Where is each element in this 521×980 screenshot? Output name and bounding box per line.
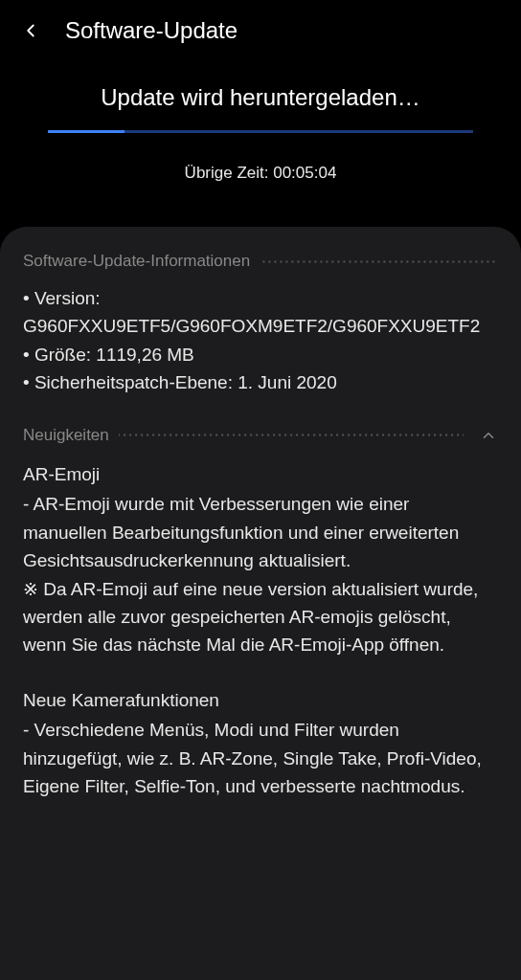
- info-security-patch: • Sicherheitspatch-Ebene: 1. Juni 2020: [23, 368, 498, 396]
- news-ar-title: AR-Emoji: [23, 460, 498, 488]
- news-section: AR-Emoji - AR-Emoji wurde mit Verbesseru…: [23, 460, 498, 801]
- download-status: Update wird heruntergeladen…: [0, 84, 521, 111]
- progress-bar: [48, 130, 473, 133]
- progress-fill: [48, 130, 125, 133]
- page-title: Software-Update: [65, 17, 238, 44]
- info-list: • Version: G960FXXU9ETF5/G960FOXM9ETF2/G…: [23, 284, 498, 397]
- download-section: Update wird heruntergeladen… Übrige Zeit…: [0, 61, 521, 217]
- whats-new-header[interactable]: Neuigkeiten: [23, 426, 498, 445]
- news-ar-body: - AR-Emoji wurde mit Verbesserungen wie …: [23, 490, 498, 659]
- header: Software-Update: [0, 0, 521, 61]
- info-size: • Größe: 1119,26 MB: [23, 341, 498, 368]
- whats-new-title: Neuigkeiten: [23, 426, 109, 445]
- time-remaining: Übrige Zeit: 00:05:04: [0, 164, 521, 183]
- divider-dots: [260, 260, 498, 263]
- info-version: • Version: G960FXXU9ETF5/G960FOXM9ETF2/G…: [23, 284, 498, 341]
- news-camera-title: Neue Kamerafunktionen: [23, 686, 498, 714]
- info-section-header: Software-Update-Informationen: [23, 252, 498, 271]
- divider-dots: [119, 434, 464, 436]
- info-section-title: Software-Update-Informationen: [23, 252, 250, 271]
- info-card: Software-Update-Informationen • Version:…: [0, 227, 521, 980]
- news-camera-body: - Verschiedene Menüs, Modi und Filter wu…: [23, 716, 498, 800]
- back-icon[interactable]: [19, 19, 42, 42]
- chevron-up-icon: [479, 426, 498, 445]
